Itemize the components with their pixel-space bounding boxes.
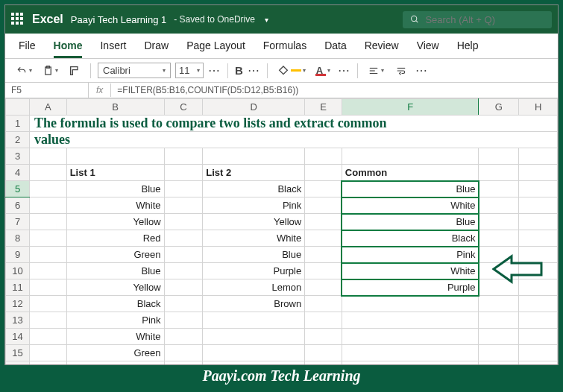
cell[interactable] — [30, 247, 67, 263]
cell[interactable]: Purple — [342, 279, 479, 296]
cell[interactable] — [479, 181, 519, 197]
cell[interactable]: White — [66, 329, 164, 345]
menu-draw[interactable]: Draw — [144, 39, 169, 58]
cell[interactable] — [30, 345, 67, 361]
cell[interactable] — [519, 345, 558, 361]
more-align-icon[interactable]: ⋯ — [415, 63, 428, 78]
cell[interactable]: White — [342, 197, 479, 214]
cell[interactable] — [164, 230, 203, 247]
menu-help[interactable]: Help — [457, 39, 479, 58]
cell[interactable] — [164, 296, 203, 312]
menu-file[interactable]: File — [19, 39, 36, 58]
menu-formulas[interactable]: Formulas — [263, 39, 306, 58]
search-box[interactable] — [403, 11, 552, 28]
cell[interactable]: Yellow — [66, 279, 164, 296]
cell[interactable] — [30, 165, 67, 181]
cell[interactable]: Purple — [203, 263, 305, 279]
cell[interactable] — [519, 214, 558, 230]
align-button[interactable]: ▾ — [365, 64, 387, 78]
cell[interactable]: Green — [66, 345, 164, 361]
cell[interactable]: Brown — [203, 296, 305, 312]
chevron-down-icon[interactable]: ▾ — [265, 16, 268, 24]
cell[interactable] — [164, 181, 203, 197]
row-header[interactable]: 12 — [6, 296, 30, 312]
cell[interactable] — [479, 214, 519, 230]
cell[interactable]: White — [66, 197, 164, 214]
cell[interactable]: Blue — [342, 181, 479, 197]
cell[interactable]: Yellow — [66, 214, 164, 230]
more-format-icon[interactable]: ⋯ — [248, 63, 260, 78]
paste-button[interactable]: ▾ — [40, 63, 61, 78]
cell[interactable] — [519, 197, 558, 214]
cell[interactable]: Red — [66, 230, 164, 247]
cell[interactable] — [30, 312, 67, 329]
cell[interactable]: List 2 — [203, 165, 305, 181]
cell[interactable] — [305, 361, 342, 365]
undo-button[interactable]: ▾ — [13, 64, 35, 78]
cell[interactable] — [519, 296, 558, 312]
spreadsheet-grid[interactable]: ABCDEFGH1The formula is used to compare … — [5, 98, 558, 364]
cell[interactable] — [164, 165, 203, 181]
cell[interactable] — [519, 148, 558, 165]
row-header[interactable]: 5 — [6, 181, 30, 197]
formula-input[interactable]: =FILTER(B5:B16,COUNTIF(D5:D12,B5:B16)) — [111, 83, 558, 98]
cell[interactable] — [479, 345, 519, 361]
cell[interactable] — [30, 263, 67, 279]
row-header[interactable]: 15 — [6, 345, 30, 361]
cell[interactable] — [203, 345, 305, 361]
cell[interactable] — [30, 296, 67, 312]
cell[interactable] — [305, 148, 342, 165]
cell[interactable] — [342, 148, 479, 165]
cell[interactable] — [203, 329, 305, 345]
cell[interactable] — [30, 181, 67, 197]
cell[interactable]: Blue — [66, 181, 164, 197]
cell[interactable] — [479, 361, 519, 365]
cell[interactable] — [164, 214, 203, 230]
font-color-button[interactable]: A▾ — [313, 63, 333, 78]
cell[interactable] — [519, 230, 558, 247]
cell[interactable] — [164, 345, 203, 361]
cell[interactable] — [203, 312, 305, 329]
cell[interactable]: Blue — [203, 247, 305, 263]
cell[interactable] — [519, 181, 558, 197]
fx-icon[interactable]: fx — [89, 83, 111, 97]
cell[interactable]: Black — [66, 296, 164, 312]
cell[interactable] — [305, 214, 342, 230]
menu-review[interactable]: Review — [365, 39, 399, 58]
col-header[interactable]: C — [164, 99, 203, 116]
cell[interactable] — [305, 247, 342, 263]
row-header[interactable]: 14 — [6, 329, 30, 345]
row-header[interactable]: 10 — [6, 263, 30, 279]
cell[interactable] — [164, 312, 203, 329]
menu-page-layout[interactable]: Page Layout — [186, 39, 245, 58]
cell[interactable] — [519, 165, 558, 181]
cell[interactable]: Black — [203, 181, 305, 197]
col-header[interactable]: D — [203, 99, 305, 116]
menu-home[interactable]: Home — [54, 39, 83, 58]
cell[interactable] — [30, 214, 67, 230]
fill-color-button[interactable]: ▾ — [274, 63, 309, 78]
row-header[interactable]: 3 — [6, 148, 30, 165]
cell[interactable] — [479, 312, 519, 329]
cell[interactable] — [164, 279, 203, 296]
cell[interactable]: values — [30, 132, 558, 148]
menu-insert[interactable]: Insert — [100, 39, 126, 58]
cell[interactable]: Green — [66, 247, 164, 263]
cell[interactable]: Black — [342, 230, 479, 247]
cell[interactable] — [479, 165, 519, 181]
cell[interactable] — [479, 230, 519, 247]
cell[interactable] — [479, 296, 519, 312]
name-box[interactable]: F5 — [5, 83, 89, 98]
row-header[interactable]: 8 — [6, 230, 30, 247]
cell[interactable] — [519, 312, 558, 329]
row-header[interactable]: 4 — [6, 165, 30, 181]
cell[interactable]: Blue — [342, 214, 479, 230]
cell[interactable] — [66, 148, 164, 165]
more-font-icon[interactable]: ⋯ — [208, 63, 221, 78]
cell[interactable] — [342, 312, 479, 329]
cell[interactable]: The formula is used to compare two lists… — [30, 116, 558, 132]
cell[interactable] — [479, 329, 519, 345]
document-name[interactable]: Paayi Tech Learning 1 — [71, 14, 166, 25]
font-size-select[interactable]: 11▾ — [175, 63, 204, 78]
cell[interactable] — [305, 296, 342, 312]
